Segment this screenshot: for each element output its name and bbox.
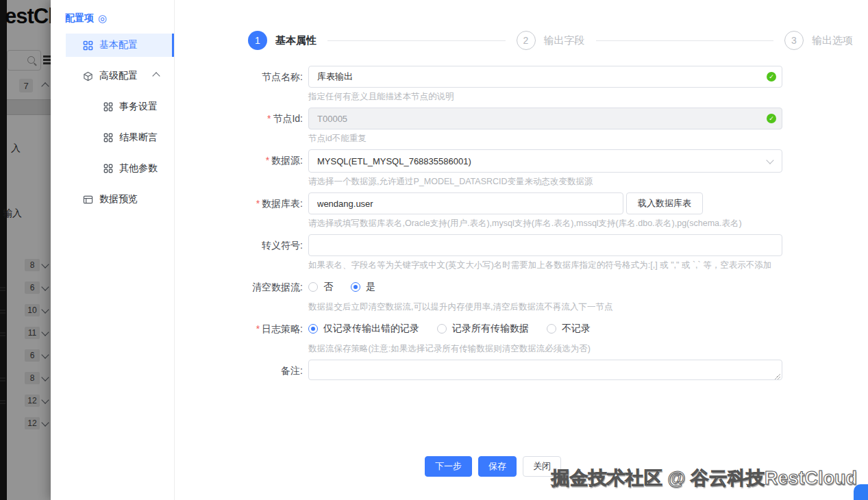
clear-stream-option-no[interactable]: 否 [308, 281, 333, 293]
node-name-input[interactable] [308, 66, 782, 88]
grid-icon [103, 102, 113, 112]
config-sidebar: 配置项 ◎ 基本配置 高级配置 事务设置 结果断言 其 [51, 0, 175, 500]
field-helper-text: 请选择或填写数据库表名,Oracle支持(用户.表名),mysql支持(库名.表… [308, 218, 782, 229]
sidebar-item-label: 事务设置 [119, 101, 158, 113]
field-label: *日志策略: [175, 318, 308, 354]
required-asterisk: * [256, 198, 260, 209]
form-row-datasource: *数据源: MYSQL(ETL_MYSQL_768835586001) 请选择一… [175, 149, 868, 187]
sidebar-item-advanced-config[interactable]: 高级配置 [66, 64, 174, 88]
db-table-input[interactable] [308, 192, 623, 214]
field-label: 转义符号: [175, 234, 308, 271]
required-asterisk: * [256, 323, 260, 334]
sidebar-item-other-params[interactable]: 其他参数 [66, 157, 174, 180]
community-watermark: 掘金技术社区 @ 谷云科技RestCloud [551, 466, 857, 490]
form-row-db-table: *数据库表: 载入数据库表 请选择或填写数据库表名,Oracle支持(用户.表名… [175, 192, 868, 229]
form-row-node-name: 节点名称: ✓ 指定任何有意义且能描述本节点的说明 [175, 66, 868, 102]
grid-icon [103, 133, 113, 142]
step-basic-attributes[interactable]: 1 基本属性 [248, 31, 317, 50]
radio-icon [437, 324, 447, 334]
log-policy-option-errors-only[interactable]: 仅记录传输出错的记录 [308, 323, 419, 335]
form-row-node-id: *节点Id: ✓ 节点id不能重复 [175, 108, 868, 144]
field-helper-text: 请选择一个数据源,允许通过P_MODEL_DATASRCID变量来动态改变数据源 [308, 177, 782, 187]
form-row-log-policy: *日志策略: 仅记录传输出错的记录 记录所有传输数据 不 [175, 318, 868, 354]
log-policy-option-all-data[interactable]: 记录所有传输数据 [437, 323, 529, 335]
field-label: *数据源: [175, 149, 308, 187]
config-main-panel: 1 基本属性 2 输出字段 3 输出选项 节点名称: ✓ [175, 0, 868, 500]
radio-label: 否 [323, 281, 333, 293]
valid-check-icon: ✓ [767, 72, 776, 82]
datasource-selected-value: MYSQL(ETL_MYSQL_768835586001) [317, 156, 471, 166]
sidebar-title: 配置项 ◎ [65, 12, 174, 25]
sidebar-item-label: 其他参数 [119, 162, 158, 175]
form-row-clear-stream: 清空数据流: 否 是 数据提交后立即清空数据流,可以提升内存使用率,清空后数据流… [175, 276, 868, 312]
step-connector [596, 40, 774, 41]
radio-label: 仅记录传输出错的记录 [323, 323, 419, 335]
field-helper-text: 如果表名、字段名等为关键字或中文(英文大小写)名时需要加上各数据库指定的符号格式… [308, 260, 782, 271]
field-label: 清空数据流: [175, 276, 308, 312]
radio-label: 记录所有传输数据 [452, 323, 529, 335]
field-helper-text: 数据提交后立即清空数据流,可以提升内存使用率,清空后数据流不再流入下一节点 [308, 302, 782, 312]
form-row-escape-symbol: 转义符号: 如果表名、字段名等为关键字或中文(英文大小写)名时需要加上各数据库指… [175, 234, 868, 271]
radio-icon [308, 282, 318, 292]
radio-label: 不记录 [562, 323, 591, 335]
sidebar-item-transaction-settings[interactable]: 事务设置 [66, 95, 174, 118]
step-number: 1 [248, 31, 267, 50]
field-helper-text: 数据流保存策略(注意:如果选择记录所有传输数据则清空数据流必须选为否) [308, 344, 782, 354]
modal-footer: 下一步 保存 关闭 [425, 456, 561, 477]
chevron-down-icon [766, 156, 773, 164]
valid-check-icon: ✓ [767, 114, 776, 123]
radio-checked-icon [351, 282, 360, 292]
step-number: 3 [784, 31, 804, 50]
step-connector [327, 40, 506, 41]
node-id-input [308, 108, 782, 129]
chevron-up-icon [152, 72, 160, 79]
next-step-button[interactable]: 下一步 [425, 456, 472, 477]
load-db-tables-button[interactable]: 载入数据库表 [626, 192, 703, 214]
cube-icon [83, 71, 93, 82]
field-label: 节点名称: [175, 66, 308, 102]
radio-label: 是 [366, 281, 375, 293]
save-button[interactable]: 保存 [478, 456, 517, 477]
step-output-options[interactable]: 3 输出选项 [784, 31, 853, 50]
field-label: *节点Id: [175, 108, 308, 144]
sidebar-item-label: 数据预览 [99, 193, 138, 205]
sidebar-title-label: 配置项 [65, 12, 94, 25]
step-number: 2 [517, 31, 536, 50]
sidebar-item-result-assertion[interactable]: 结果断言 [66, 126, 174, 149]
chat-widget-bubble[interactable] [854, 484, 868, 500]
required-asterisk: * [266, 155, 269, 166]
datasource-select[interactable]: MYSQL(ETL_MYSQL_768835586001) [308, 149, 782, 173]
escape-symbol-input[interactable] [308, 234, 782, 256]
field-label: *数据库表: [175, 192, 308, 229]
field-helper-text: 节点id不能重复 [308, 134, 782, 144]
sidebar-item-label: 结果断言 [119, 132, 158, 144]
remark-textarea[interactable] [308, 360, 782, 380]
form-row-remark: 备注: [175, 360, 868, 383]
field-helper-text: 指定任何有意义且能描述本节点的说明 [308, 92, 782, 102]
wizard-steps: 1 基本属性 2 输出字段 3 输出选项 [175, 0, 868, 50]
clear-stream-option-yes[interactable]: 是 [351, 281, 375, 293]
bullseye-icon: ◎ [98, 12, 107, 25]
sidebar-item-basic-config[interactable]: 基本配置 [66, 34, 174, 57]
step-label: 输出字段 [544, 34, 585, 47]
radio-checked-icon [308, 324, 318, 334]
step-label: 输出选项 [812, 34, 853, 47]
grid-icon [103, 164, 113, 173]
node-config-modal: 配置项 ◎ 基本配置 高级配置 事务设置 结果断言 其 [51, 0, 868, 500]
grid-icon [83, 40, 93, 51]
required-asterisk: * [267, 113, 271, 124]
field-label: 备注: [175, 360, 308, 383]
basic-attributes-form: 节点名称: ✓ 指定任何有意义且能描述本节点的说明 *节点Id: ✓ 节 [175, 66, 868, 388]
sidebar-item-data-preview[interactable]: 数据预览 [66, 188, 174, 211]
log-policy-option-none[interactable]: 不记录 [547, 323, 591, 335]
sidebar-item-label: 基本配置 [99, 39, 138, 51]
step-label: 基本属性 [275, 34, 317, 47]
step-output-fields[interactable]: 2 输出字段 [517, 31, 585, 50]
sidebar-nav: 基本配置 高级配置 事务设置 结果断言 其他参数 数据预览 [51, 34, 174, 211]
radio-icon [547, 324, 556, 334]
sidebar-item-label: 高级配置 [99, 70, 138, 82]
table-preview-icon [83, 195, 93, 205]
